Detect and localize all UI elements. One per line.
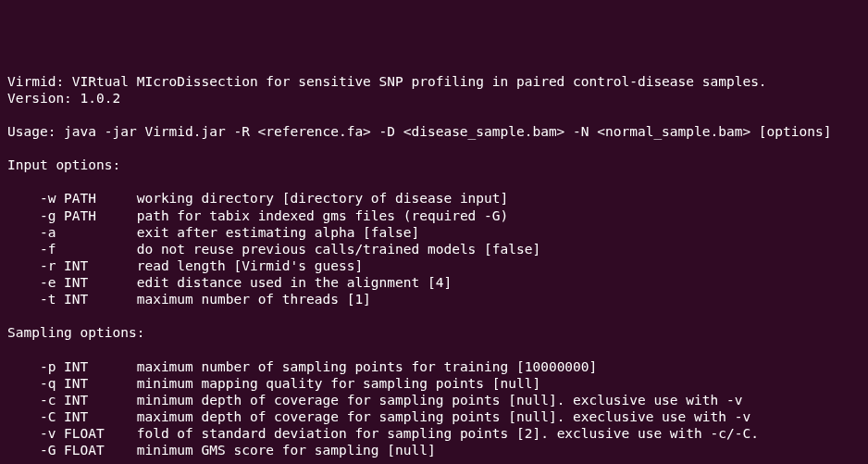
- input-options-heading: Input options:: [7, 157, 861, 173]
- option-flag: -v FLOAT: [7, 426, 137, 441]
- option-row: -G FLOAT minimum GMS score for sampling …: [7, 442, 861, 458]
- blank-line: [7, 458, 861, 464]
- option-desc: minimum mapping quality for sampling poi…: [137, 376, 541, 391]
- option-row: -w PATH working directory [directory of …: [7, 190, 861, 207]
- option-flag: -a: [7, 225, 137, 240]
- option-desc: working directory [directory of disease …: [137, 191, 509, 206]
- blank-line: [7, 173, 861, 190]
- option-flag: -c INT: [7, 393, 137, 408]
- option-flag: -w PATH: [7, 191, 137, 206]
- option-row: -q INT minimum mapping quality for sampl…: [7, 375, 861, 392]
- option-flag: -p INT: [7, 359, 137, 374]
- option-desc: maximum depth of coverage for sampling p…: [137, 409, 750, 424]
- option-flag: -r INT: [7, 258, 137, 273]
- blank-line: [7, 342, 861, 358]
- option-desc: path for tabix indexed gms files (requir…: [137, 208, 509, 223]
- blank-line: [7, 107, 861, 123]
- option-desc: fold of standard deviation for sampling …: [137, 426, 759, 441]
- sampling-options-heading: Sampling options:: [7, 324, 861, 341]
- option-row: -e INT edit distance used in the alignme…: [7, 274, 861, 291]
- option-row: -c INT minimum depth of coverage for sam…: [7, 392, 861, 408]
- option-row: -C INT maximum depth of coverage for sam…: [7, 408, 861, 425]
- option-row: -v FLOAT fold of standard deviation for …: [7, 425, 861, 442]
- option-row: -t INT maximum number of threads [1]: [7, 291, 861, 307]
- option-desc: maximum number of threads [1]: [137, 292, 371, 307]
- option-desc: edit distance used in the alignment [4]: [137, 275, 452, 290]
- option-flag: -t INT: [7, 292, 137, 307]
- option-desc: do not reuse previous calls/trained mode…: [137, 242, 541, 257]
- option-flag: -C INT: [7, 409, 137, 424]
- blank-line: [7, 140, 861, 157]
- option-desc: minimum depth of coverage for sampling p…: [137, 393, 743, 408]
- option-desc: read length [Virmid's guess]: [137, 258, 363, 273]
- option-row: -f do not reuse previous calls/trained m…: [7, 241, 861, 257]
- option-row: -r INT read length [Virmid's guess]: [7, 257, 861, 274]
- option-desc: exit after estimating alpha [false]: [137, 225, 420, 240]
- version-line: Version: 1.0.2: [7, 90, 861, 107]
- usage-line: Usage: java -jar Virmid.jar -R <referenc…: [7, 123, 861, 140]
- option-flag: -g PATH: [7, 208, 137, 223]
- title-line: Virmid: VIRtual MIcroDissection for sens…: [7, 73, 861, 90]
- blank-line: [7, 307, 861, 324]
- option-flag: -f: [7, 242, 137, 257]
- option-desc: maximum number of sampling points for tr…: [137, 359, 598, 374]
- option-row: -a exit after estimating alpha [false]: [7, 224, 861, 241]
- option-flag: -q INT: [7, 376, 137, 391]
- option-flag: -G FLOAT: [7, 443, 137, 458]
- option-desc: minimum GMS score for sampling [null]: [137, 443, 436, 458]
- option-row: -p INT maximum number of sampling points…: [7, 358, 861, 375]
- option-flag: -e INT: [7, 275, 137, 290]
- option-row: -g PATH path for tabix indexed gms files…: [7, 207, 861, 224]
- terminal-output: Virmid: VIRtual MIcroDissection for sens…: [7, 73, 861, 465]
